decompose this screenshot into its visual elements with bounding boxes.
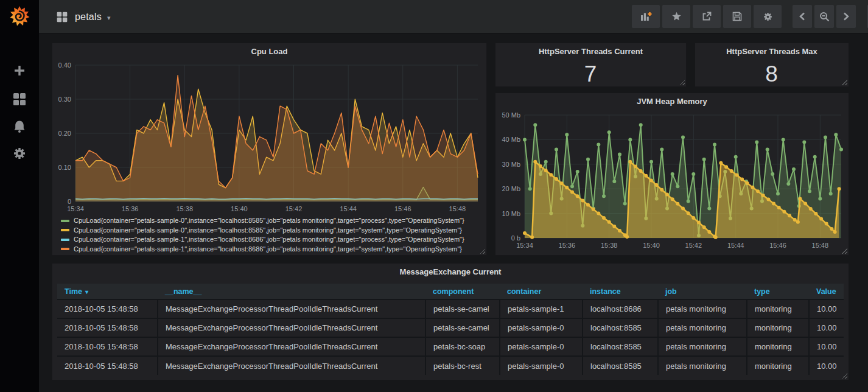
table-cell: petals-sample-0 [500, 356, 583, 375]
panel-resize-handle[interactable] [679, 80, 685, 85]
time-forward-button[interactable] [836, 5, 856, 28]
chevron-left-icon [799, 12, 806, 21]
table-cell: petals monitoring [658, 299, 747, 318]
column-header-time[interactable]: Time▾ [57, 284, 158, 299]
panel-title[interactable]: Cpu Load [52, 43, 486, 59]
svg-text:15:48: 15:48 [449, 205, 466, 212]
table-cell: localhost:8585 [583, 337, 658, 356]
legend-item[interactable]: CpuLoad{container="petals-sample-1",inst… [61, 245, 464, 254]
legend-item[interactable]: CpuLoad{container="petals-sample-1",inst… [61, 235, 464, 245]
svg-text:15:34: 15:34 [67, 205, 84, 212]
add-panel-button[interactable] [632, 5, 660, 28]
star-button[interactable] [662, 5, 690, 28]
svg-text:15:46: 15:46 [394, 205, 411, 212]
share-icon [702, 12, 712, 21]
panel-message-exchange: MessageExchange Current Time▾__name__com… [52, 263, 849, 380]
column-header-instance[interactable]: instance [583, 284, 658, 299]
table-cell: monitoring [747, 299, 809, 318]
table-cell: petals-sample-1 [500, 299, 583, 318]
dashboards-grid-icon[interactable] [12, 92, 27, 107]
save-button[interactable] [723, 5, 751, 28]
table-cell: monitoring [747, 356, 809, 375]
panel-resize-handle[interactable] [842, 248, 847, 254]
column-header-type[interactable]: type [747, 284, 809, 299]
zoom-out-icon [819, 12, 830, 22]
chevron-down-icon: ▾ [107, 12, 111, 22]
svg-text:15:46: 15:46 [769, 242, 786, 249]
chevron-right-icon [842, 12, 850, 21]
legend-series-color [61, 220, 69, 222]
panel-resize-handle[interactable] [480, 248, 485, 254]
svg-text:20 Mb: 20 Mb [502, 185, 520, 192]
panel-title[interactable]: JVM Heap Memory [495, 93, 849, 109]
panel-title[interactable]: MessageExchange Current [52, 264, 849, 279]
time-back-button[interactable] [793, 5, 812, 28]
cpu-load-chart[interactable]: 00.100.200.300.4015:3415:3615:3815:4015:… [55, 60, 485, 215]
share-button[interactable] [693, 5, 721, 28]
svg-text:15:38: 15:38 [176, 205, 193, 212]
legend-item[interactable]: CpuLoad{container="petals-sample-0",inst… [61, 226, 464, 236]
legend-series-color [61, 239, 69, 241]
top-navbar: petals ▾ [39, 0, 868, 33]
svg-text:15:44: 15:44 [340, 205, 357, 212]
panel-resize-handle[interactable] [842, 80, 847, 85]
column-header-name[interactable]: __name__ [158, 284, 425, 299]
svg-text:15:42: 15:42 [685, 242, 702, 249]
save-icon [732, 12, 742, 21]
gear-icon[interactable] [12, 146, 27, 161]
zoom-out-button[interactable] [814, 5, 834, 28]
svg-text:15:40: 15:40 [643, 242, 660, 249]
add-panel-icon [640, 12, 652, 21]
table-header: Time▾__name__componentcontainerinstancej… [57, 284, 844, 299]
legend-series-color [61, 229, 69, 231]
table-cell: petals-bc-soap [425, 337, 500, 356]
dashboard-picker[interactable]: petals ▾ [56, 0, 110, 33]
legend-item[interactable]: CpuLoad{container="petals-sample-0",inst… [61, 216, 464, 226]
plus-icon[interactable] [12, 63, 27, 78]
column-header-job[interactable]: job [658, 284, 747, 299]
table-cell: localhost:8585 [583, 318, 658, 337]
navbar-actions: Last [632, 5, 868, 28]
settings-button[interactable] [754, 5, 782, 28]
table-cell: petals monitoring [658, 318, 747, 337]
svg-text:15:48: 15:48 [812, 242, 829, 249]
table-cell: petals-se-camel [425, 299, 500, 318]
stat-value: 7 [495, 61, 686, 87]
bell-icon[interactable] [12, 119, 27, 134]
panel-threads-max: HttpServer Threads Max 8 [695, 43, 849, 87]
svg-text:10 Mb: 10 Mb [502, 210, 520, 217]
svg-text:50 Mb: 50 Mb [502, 111, 520, 119]
table-cell: petals-se-camel [425, 318, 500, 337]
svg-text:40 Mb: 40 Mb [502, 136, 520, 143]
svg-text:0.40: 0.40 [58, 61, 71, 69]
legend-series-label: CpuLoad{container="petals-sample-0",inst… [74, 226, 462, 236]
svg-text:15:40: 15:40 [231, 205, 248, 212]
table-cell: MessageExchangeProcessorThreadPoolIdleTh… [158, 299, 425, 318]
table-cell: localhost:8585 [583, 356, 658, 375]
legend-series-label: CpuLoad{container="petals-sample-1",inst… [74, 235, 464, 245]
panel-threads-current: HttpServer Threads Current 7 [495, 43, 687, 87]
svg-text:30 Mb: 30 Mb [502, 161, 520, 168]
gear-icon [763, 12, 773, 22]
grafana-logo[interactable] [9, 4, 30, 27]
column-header-value[interactable]: Value [809, 284, 844, 299]
panel-title[interactable]: HttpServer Threads Current [495, 43, 686, 59]
panel-jvm-heap: JVM Heap Memory 0 b10 Mb20 Mb30 Mb40 Mb5… [495, 93, 849, 256]
table-row: 2018-10-05 15:48:58MessageExchangeProces… [57, 356, 844, 375]
column-header-container[interactable]: container [500, 284, 583, 299]
chart-legend: CpuLoad{container="petals-sample-0",inst… [61, 216, 464, 254]
side-menu [0, 0, 39, 392]
svg-text:0.20: 0.20 [58, 130, 71, 137]
grafana-dashboard: petals ▾ [0, 0, 868, 392]
jvm-heap-chart[interactable]: 0 b10 Mb20 Mb30 Mb40 Mb50 Mb15:3415:3615… [498, 110, 847, 251]
table-cell: MessageExchangeProcessorThreadPoolIdleTh… [158, 318, 425, 337]
legend-series-label: CpuLoad{container="petals-sample-1",inst… [74, 245, 462, 254]
table-cell: monitoring [747, 337, 809, 356]
table-cell: petals monitoring [658, 356, 747, 375]
column-header-component[interactable]: component [425, 284, 500, 299]
star-icon [671, 12, 682, 21]
table-row: 2018-10-05 15:48:58MessageExchangeProces… [57, 337, 844, 356]
svg-text:0.30: 0.30 [58, 96, 71, 103]
panel-resize-handle[interactable] [842, 373, 847, 379]
panel-title[interactable]: HttpServer Threads Max [695, 43, 849, 59]
